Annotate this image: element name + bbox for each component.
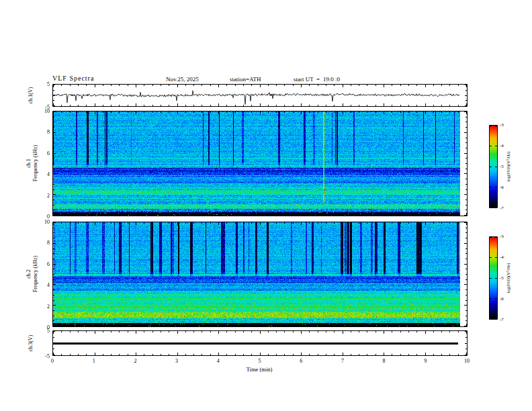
x-tick-label: 4 [212,358,225,364]
ch2-spectrogram-canvas [52,222,468,327]
ch3-waveform-canvas [52,330,468,356]
colorbar-tick-label: -3 [500,122,511,128]
colorbar-tick-label: -6 [500,296,511,302]
y-tick-label: 5 [36,328,50,334]
ch3-wave-ylabel: ch.3(V) [28,316,34,370]
x-tick-label: 10 [460,358,474,364]
colorbar-tick-label: -7 [500,205,511,211]
ch1-spectrogram-canvas [52,111,468,216]
x-tick-label: 0 [46,358,59,364]
y-tick-label: 6 [36,150,50,156]
x-tick-label: 6 [294,358,308,364]
y-tick-label: 10 [36,219,50,225]
y-tick-label: 2 [36,193,50,199]
ch1-spec-ylabel-line1: ch.1 [26,111,32,216]
y-tick-label: 4 [36,282,50,288]
ch1-spec-ylabel-line2: Frequency (kHz) [32,111,39,216]
y-tick-label: 8 [36,240,50,246]
colorbar-tick-label: -3 [500,234,511,239]
colorbar-2-canvas [489,236,498,320]
x-tick-label: 7 [336,358,349,364]
header-station: station=ATH [230,76,261,83]
x-tick-label: 8 [378,358,391,364]
ch2-spec-ylabel: ch.2 Frequency (kHz) [26,222,39,327]
colorbar-tick-label: -5 [500,275,511,281]
y-tick-label: 5 [36,81,50,87]
x-tick-label: 2 [128,358,142,364]
x-tick-label: 9 [418,358,432,364]
ch2-spec-ylabel-line1: ch.2 [26,222,32,327]
x-axis-label: Time (min) [239,366,279,373]
colorbar-tick-label: -4 [500,143,511,148]
ch1-waveform-canvas [52,84,468,107]
colorbar-tick-label: -5 [500,164,511,169]
y-tick-label: 8 [36,129,50,135]
y-tick-label: 6 [36,261,50,267]
ch1-spec-ylabel: ch.1 Frequency (kHz) [26,111,39,216]
x-tick-label: 1 [87,358,101,364]
colorbar-tick-label: -6 [500,185,511,190]
colorbar-tick-label: -4 [500,255,511,260]
header-start-ut: start UT = 19:0 :0 [294,76,340,83]
colorbar-tick-label: -7 [500,317,511,322]
y-tick-label: 2 [36,304,50,310]
y-tick-label: 4 [36,171,50,177]
colorbar-1-canvas [489,125,498,208]
page-title: VLF Spectra [52,75,94,82]
header-date: Nov.25, 2025 [166,76,199,83]
x-tick-label: 5 [253,358,267,364]
x-tick-label: 3 [170,358,183,364]
vlf-spectra-figure: VLF Spectra Nov.25, 2025 station=ATH sta… [0,0,532,411]
ch2-spec-ylabel-line2: Frequency (kHz) [32,222,39,327]
y-tick-label: -5 [36,104,50,110]
